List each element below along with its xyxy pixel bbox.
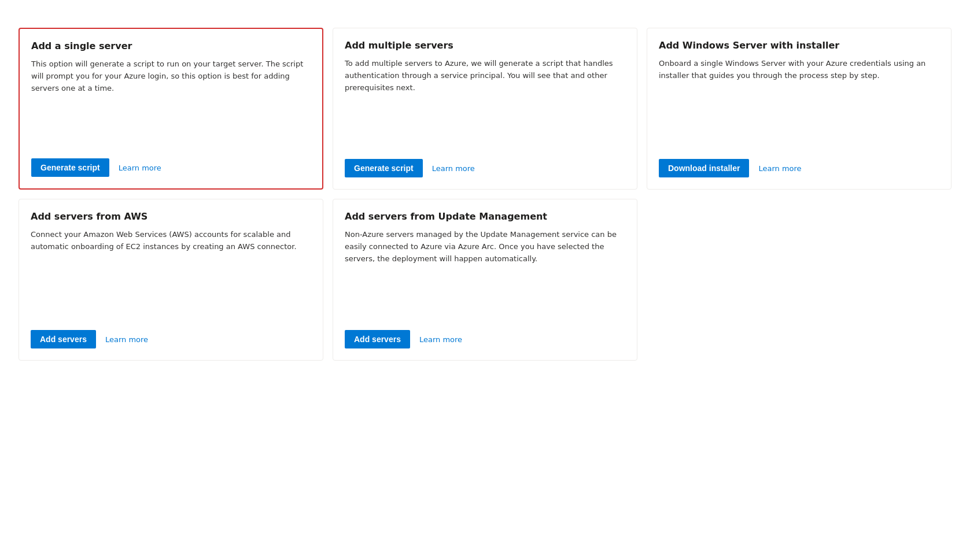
card-single-server: Add a single server This option will gen… <box>19 28 323 190</box>
card-primary-btn-multiple-servers[interactable]: Generate script <box>345 159 423 177</box>
card-title-multiple-servers: Add multiple servers <box>345 40 625 51</box>
card-description-multiple-servers: To add multiple servers to Azure, we wil… <box>345 58 625 147</box>
card-description-aws-servers: Connect your Amazon Web Services (AWS) a… <box>31 229 311 318</box>
card-description-windows-installer: Onboard a single Windows Server with you… <box>659 58 939 147</box>
top-cards-grid: Add a single server This option will gen… <box>19 28 951 190</box>
card-learn-more-single-server[interactable]: Learn more <box>119 164 161 172</box>
card-title-windows-installer: Add Windows Server with installer <box>659 40 939 51</box>
card-learn-more-aws-servers[interactable]: Learn more <box>105 335 148 344</box>
card-learn-more-windows-installer[interactable]: Learn more <box>758 164 801 173</box>
card-multiple-servers: Add multiple servers To add multiple ser… <box>333 28 637 190</box>
card-aws-servers: Add servers from AWS Connect your Amazon… <box>19 199 323 361</box>
card-learn-more-update-management[interactable]: Learn more <box>419 335 462 344</box>
card-description-single-server: This option will generate a script to ru… <box>31 58 311 147</box>
card-actions-windows-installer: Download installer Learn more <box>659 159 939 177</box>
card-windows-installer: Add Windows Server with installer Onboar… <box>647 28 951 190</box>
card-actions-single-server: Generate script Learn more <box>31 158 311 177</box>
card-primary-btn-update-management[interactable]: Add servers <box>345 330 410 348</box>
card-actions-multiple-servers: Generate script Learn more <box>345 159 625 177</box>
card-title-single-server: Add a single server <box>31 40 311 51</box>
card-update-management: Add servers from Update Management Non-A… <box>333 199 637 361</box>
card-description-update-management: Non-Azure servers managed by the Update … <box>345 229 625 318</box>
bottom-cards-grid: Add servers from AWS Connect your Amazon… <box>19 199 951 361</box>
card-title-aws-servers: Add servers from AWS <box>31 211 311 222</box>
card-actions-update-management: Add servers Learn more <box>345 330 625 348</box>
card-title-update-management: Add servers from Update Management <box>345 211 625 222</box>
card-primary-btn-aws-servers[interactable]: Add servers <box>31 330 96 348</box>
card-primary-btn-windows-installer[interactable]: Download installer <box>659 159 749 177</box>
card-primary-btn-single-server[interactable]: Generate script <box>31 158 109 177</box>
card-actions-aws-servers: Add servers Learn more <box>31 330 311 348</box>
card-learn-more-multiple-servers[interactable]: Learn more <box>432 164 475 173</box>
